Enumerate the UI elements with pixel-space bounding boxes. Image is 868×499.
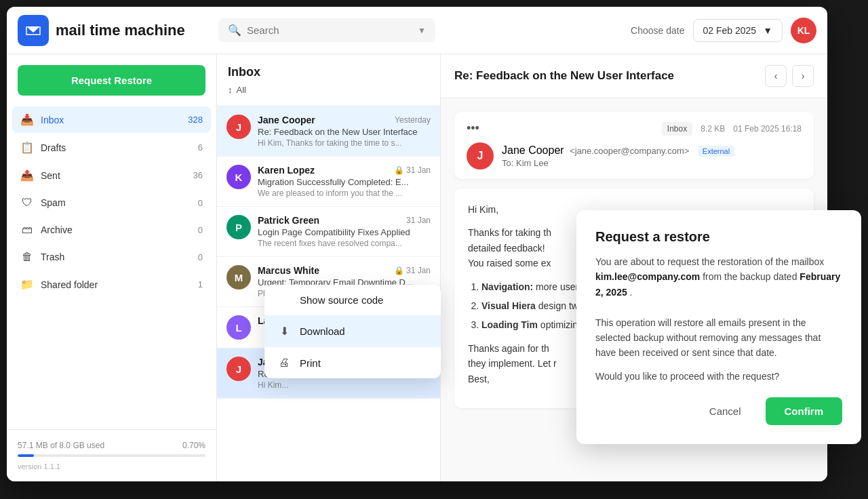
version-label: version 1.1.1 (18, 462, 205, 471)
archive-label: Archive (41, 224, 191, 235)
email-sender: Jane Cooper (258, 115, 315, 125)
email-date: 🔒 31 Jan (394, 165, 431, 175)
print-label: Print (300, 357, 321, 369)
email-avatar: L (226, 315, 251, 340)
restore-question: Would you like to proceed with the reque… (595, 369, 842, 384)
email-sender: Marcus White (258, 265, 319, 276)
email-meta-right: Inbox 8.2 KB 01 Feb 2025 16:18 (662, 122, 802, 136)
email-view-header: Re: Feedback on the New User Interface ‹… (441, 54, 827, 98)
logo-area: mail time machine (18, 15, 208, 46)
context-menu-item-source[interactable]: Show source code (264, 285, 441, 315)
email-avatar: J (226, 357, 251, 381)
email-item-content: Karen Lopez 🔒 31 Jan Migration Successfu… (258, 165, 431, 198)
email-date: 31 Jan (406, 216, 431, 225)
source-label: Show source code (300, 294, 383, 306)
storage-used-label: 57.1 MB of 8.0 GB used (18, 441, 104, 450)
email-filter[interactable]: ↕ All (228, 85, 429, 95)
sidebar: Request Restore 📥 Inbox 328 📋 Drafts 6 📤… (7, 54, 217, 481)
email-avatar: M (226, 265, 251, 290)
email-item[interactable]: J Jane Cooper Yesterday Re: Feedback on … (217, 106, 440, 157)
email-subject: Login Page Compatibility Fixes Applied (258, 227, 431, 237)
search-area[interactable]: 🔍 ▼ (218, 18, 435, 42)
drafts-count: 6 (198, 142, 203, 153)
drafts-label: Drafts (41, 142, 191, 153)
app-logo-icon (18, 15, 49, 46)
date-dropdown-icon: ▼ (763, 25, 772, 36)
date-selector[interactable]: 02 Feb 2025 ▼ (693, 19, 783, 42)
email-from-info: Jane Cooper <jane.cooper@company.com> Ex… (502, 144, 802, 168)
sent-icon: 📤 (20, 169, 34, 182)
email-from-name: Jane Cooper <jane.cooper@company.com> Ex… (502, 144, 802, 157)
inbox-count: 328 (188, 115, 203, 125)
email-more-icon[interactable]: ••• (467, 121, 479, 136)
search-dropdown-icon[interactable]: ▼ (418, 26, 426, 35)
request-restore-button[interactable]: Request Restore (18, 65, 205, 96)
shared-count: 1 (198, 279, 203, 290)
email-preview: We are pleased to inform you that the ..… (258, 188, 431, 198)
email-date: 🔒 31 Jan (394, 266, 431, 275)
from-name-text: Jane Cooper (502, 144, 564, 156)
trash-count: 0 (198, 252, 203, 262)
email-actions: ••• (467, 121, 479, 136)
shared-label: Shared folder (41, 279, 191, 290)
email-date: Yesterday (395, 115, 431, 125)
restore-modal-title: Request a restore (595, 229, 842, 245)
storage-bar-fill (18, 454, 34, 457)
email-avatar: P (226, 215, 251, 239)
filter-label: All (237, 85, 246, 95)
shared-icon: 📁 (20, 278, 34, 291)
confirm-button[interactable]: Confirm (766, 397, 843, 425)
email-preview: Hi Kim... (258, 380, 431, 390)
email-from-avatar: J (467, 142, 494, 169)
sidebar-item-shared[interactable]: 📁 Shared folder 1 (12, 271, 211, 298)
print-icon: 🖨 (277, 357, 292, 369)
email-item-header: Jane Cooper Yesterday (258, 115, 431, 125)
prev-email-button[interactable]: ‹ (765, 65, 787, 87)
sent-count: 36 (193, 170, 203, 180)
sent-label: Sent (41, 170, 186, 181)
context-menu-item-download[interactable]: ⬇ Download (264, 315, 441, 347)
date-value: 02 Feb 2025 (703, 25, 757, 36)
email-sender: Patrick Green (258, 215, 319, 226)
context-menu-item-print[interactable]: 🖨 Print (264, 347, 441, 378)
sidebar-item-inbox[interactable]: 📥 Inbox 328 (12, 106, 211, 133)
email-size: 8.2 KB (701, 124, 725, 134)
sidebar-item-drafts[interactable]: 📋 Drafts 6 (12, 134, 211, 161)
restore-modal-body: You are about to request the restoration… (595, 254, 842, 384)
sidebar-item-spam[interactable]: 🛡 Spam 0 (12, 190, 211, 216)
email-item-header: Karen Lopez 🔒 31 Jan (258, 165, 431, 176)
email-nav-buttons: ‹ › (765, 65, 814, 87)
next-email-button[interactable]: › (792, 65, 814, 87)
email-item[interactable]: K Karen Lopez 🔒 31 Jan Migration Success… (217, 157, 440, 207)
cancel-button[interactable]: Cancel (693, 397, 757, 425)
email-list-title: Inbox (228, 65, 429, 79)
archive-icon: 🗃 (20, 224, 34, 236)
trash-label: Trash (41, 252, 191, 262)
search-input[interactable] (247, 24, 412, 36)
sidebar-item-sent[interactable]: 📤 Sent 36 (12, 162, 211, 188)
email-item[interactable]: P Patrick Green 31 Jan Login Page Compat… (217, 207, 440, 257)
sidebar-item-archive[interactable]: 🗃 Archive 0 (12, 217, 211, 243)
email-item-content: Patrick Green 31 Jan Login Page Compatib… (258, 215, 431, 248)
email-tag: Inbox (662, 122, 692, 136)
sidebar-nav: 📥 Inbox 328 📋 Drafts 6 📤 Sent 36 🛡 Spam … (7, 106, 216, 429)
email-sender: Karen Lopez (258, 165, 315, 176)
download-icon: ⬇ (277, 325, 292, 338)
download-label: Download (300, 325, 345, 337)
from-email-text: <jane.cooper@company.com> (570, 146, 689, 156)
restore-email: kim.lee@company.com (595, 271, 700, 282)
user-avatar[interactable]: KL (791, 18, 816, 43)
sidebar-item-trash[interactable]: 🗑 Trash 0 (12, 244, 211, 270)
topbar: mail time machine 🔍 ▼ Choose date 02 Feb… (7, 7, 827, 54)
inbox-label: Inbox (41, 115, 181, 125)
email-subject: Re: Feedback on the New User Interface (258, 127, 431, 137)
email-meta-top: ••• Inbox 8.2 KB 01 Feb 2025 16:18 (467, 121, 802, 136)
search-icon: 🔍 (228, 24, 241, 37)
storage-bar (18, 454, 205, 457)
email-avatar: J (226, 115, 251, 139)
drafts-icon: 📋 (20, 141, 34, 154)
restore-modal: Request a restore You are about to reque… (576, 210, 861, 444)
email-item-header: Marcus White 🔒 31 Jan (258, 265, 431, 276)
storage-info: 57.1 MB of 8.0 GB used 0.70% (18, 441, 205, 450)
spam-label: Spam (41, 197, 191, 208)
